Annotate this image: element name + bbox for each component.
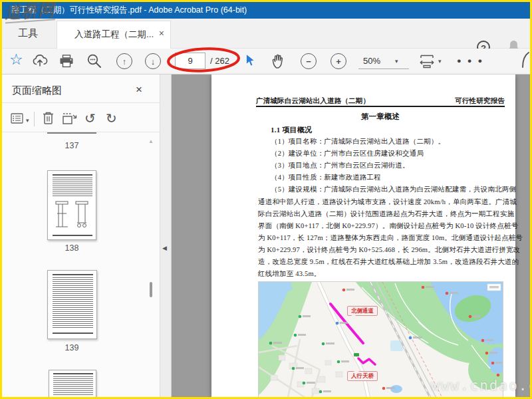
tab-close-icon[interactable]: × (159, 28, 164, 39)
callout-tail (353, 366, 360, 372)
next-page-icon[interactable]: ↓ (145, 53, 161, 69)
main-toolbar: ☆ ↑ ↓ / 262 − + 50% ▾ ▾ ● ● ● (2, 49, 530, 74)
map-label-pedestrian-bridge: 人行天桥 (347, 371, 378, 381)
doc-line: 红线增加至 43.5m。 (258, 269, 321, 279)
doc-line: （5）建设规模：广清城际白云湖站出入道路为白云湖站配建需，共设南北两侧 (271, 185, 516, 194)
delete-pages-icon[interactable] (42, 111, 55, 128)
doc-header-right: 可行性研究报告 (211, 96, 505, 106)
panel-close-icon[interactable]: × (136, 83, 142, 96)
favorite-star-icon[interactable]: ☆ (9, 51, 23, 68)
tab-document-label: 入道路工程（二期... (74, 29, 154, 41)
cndao-watermark: www.cndao.co (431, 378, 532, 394)
zoom-out-icon[interactable]: − (301, 53, 317, 69)
plus-glyph: + (336, 57, 341, 66)
zoom-in-icon[interactable]: + (331, 53, 346, 69)
thumbnails-panel-title: 页面缩略图 (12, 84, 62, 97)
page-number-input[interactable] (175, 53, 205, 69)
arrow-down-glyph: ↓ (151, 57, 156, 66)
rotate-right-icon[interactable]: ↻ (106, 112, 117, 125)
minus-glyph: − (306, 57, 311, 66)
arrow-up-glyph: ↑ (122, 57, 127, 66)
doc-line: 为 K0+117，长 127m；道路整体为东西走向，路面宽度 10m。北侧通道设… (258, 233, 523, 243)
thumbnail-page-137-edge[interactable] (47, 132, 96, 134)
doc-line: 造，改造总宽度 9.5m，红线在石井大道红线基础上增加 3.5m，改造路段石井大… (258, 257, 519, 267)
doc-line: 通道和中部人行道，道路设计为城市支路，设计速度 20km/h，单向两车道。广清城 (258, 198, 517, 207)
more-tools-icon[interactable]: ● ● ● (457, 54, 484, 67)
tab-tools[interactable]: 工具 (14, 25, 42, 43)
thumbnail-page-138[interactable] (47, 170, 96, 240)
doc-line: （2）建设单位：广州市白云区住房建设和交通局 (271, 149, 424, 158)
insert-pages-icon[interactable] (62, 112, 78, 128)
collapse-panel-icon[interactable]: ◀ (162, 245, 167, 251)
previous-page-icon[interactable]: ↑ (116, 53, 132, 69)
zoom-level-value[interactable]: 50% (363, 53, 380, 69)
doc-line: 界面（南侧 K0+117，北侧 K0+229.97）。南侧设计起点桩号为 K0-… (258, 221, 518, 231)
doc-chapter-title: 第一章概述 (256, 112, 505, 122)
north-channel-text: 北侧通道 (351, 307, 374, 314)
panel-collapse-strip[interactable]: ◀ (160, 74, 172, 397)
page-count-label: / 262 (210, 53, 229, 69)
search-icon[interactable] (86, 53, 102, 69)
doc-line: （3）项目地点：广州市白云区白云湖街道。 (271, 161, 410, 170)
fit-width-icon[interactable] (418, 54, 436, 68)
thumbnail-options-caret-icon[interactable]: ▾ (26, 117, 29, 124)
site-watermark: 道桥网 (4, 1, 55, 23)
pedestrian-bridge-text: 人行天桥 (351, 372, 374, 379)
doc-section-title: 1.1 项目概况 (271, 125, 312, 135)
thumbnail-page-140[interactable] (49, 370, 96, 397)
tab-document[interactable]: 入道路工程（二期... × (57, 21, 171, 49)
sign-quill-icon[interactable] (520, 51, 530, 68)
window-titlebar: 路工程（二期）可行性研究报告.pdf - Adobe Acrobat Pro (… (2, 2, 530, 19)
zoom-dropdown-underline (358, 68, 409, 69)
thumbnail-label-137[interactable]: 137 (47, 141, 96, 150)
share-cloud-icon[interactable] (32, 54, 48, 67)
doc-line: 际白云湖站出入道路（二期）设计范围道路起点为石井大道，终点为一期工程实施 (258, 209, 514, 219)
tab-bar: 工具 入道路工程（二期... × ? (2, 19, 530, 49)
doc-header-rule (256, 106, 505, 107)
panel-scrollbar-thumb[interactable] (150, 282, 152, 297)
panel-divider (2, 102, 160, 103)
pdf-page: 广清城际白云湖站出入道路（二期） 可行性研究报告 第一章概述 1.1 项目概况 … (211, 74, 515, 397)
map-label-north-channel: 北侧通道 (347, 306, 378, 316)
select-cursor-icon[interactable] (244, 53, 255, 68)
rotate-left-icon[interactable]: ↺ (84, 112, 96, 125)
thumbnails-panel: 页面缩略图 × ▾ ↺ ↻ 137 ▲ (2, 74, 160, 397)
doc-line: 为 K0+229.97，设计终点桩号为 K0+525.468，长 296m。北侧… (258, 245, 520, 255)
thumbnail-page-139[interactable] (47, 270, 97, 339)
doc-line: （4）项目性质：新建市政道路工程 (271, 173, 381, 182)
zoom-dropdown-caret-icon[interactable]: ▾ (395, 58, 398, 65)
acrobat-window: 路工程（二期）可行性研究报告.pdf - Adobe Acrobat Pro (… (0, 0, 532, 399)
print-icon[interactable] (59, 55, 74, 68)
bus-station-marker (354, 353, 359, 356)
document-viewport: 广清城际白云湖站出入道路（二期） 可行性研究报告 第一章概述 1.1 项目概况 … (172, 74, 530, 397)
scroll-up-icon[interactable]: ▲ (148, 138, 154, 144)
thumbnail-options-icon[interactable] (11, 113, 24, 127)
hand-tool-icon[interactable] (271, 53, 287, 69)
fit-dropdown-caret-icon[interactable]: ▾ (438, 58, 442, 65)
thumbnail-label-138[interactable]: 138 (47, 243, 96, 253)
panel-tool-separator (34, 112, 35, 126)
thumbnail-label-139[interactable]: 139 (47, 343, 96, 352)
doc-line: （1）项目名称：广清城际白云湖站出入道路（二期）。 (271, 137, 445, 146)
